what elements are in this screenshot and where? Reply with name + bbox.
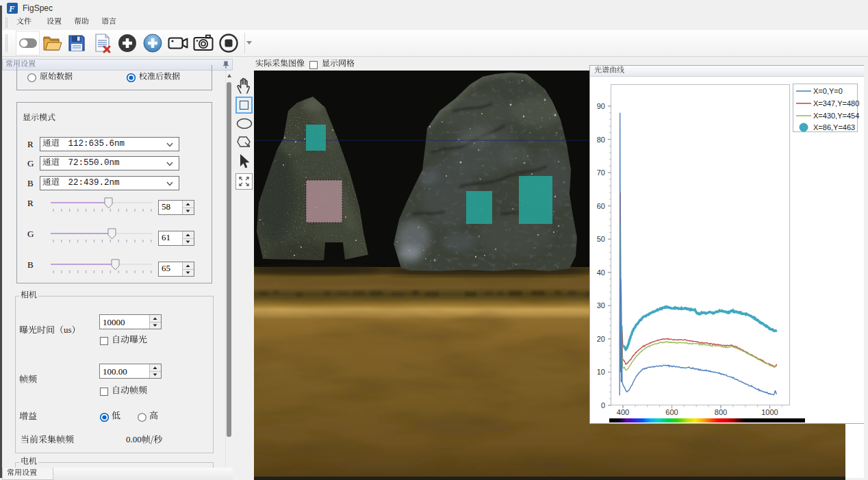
svg-text:90: 90 — [597, 102, 605, 110]
svg-text:0: 0 — [601, 401, 605, 409]
svg-text:20: 20 — [597, 335, 605, 343]
svg-text:10: 10 — [597, 368, 605, 376]
svg-text:22:439.2nm: 22:439.2nm — [68, 178, 120, 188]
svg-text:1000: 1000 — [761, 408, 778, 416]
svg-text:us: us — [64, 325, 72, 335]
svg-text:600: 600 — [665, 408, 678, 416]
svg-text:30: 30 — [597, 301, 605, 310]
svg-text:400: 400 — [617, 408, 629, 416]
svg-text:0.00: 0.00 — [126, 434, 142, 444]
svg-text:X=86,Y=463: X=86,Y=463 — [813, 123, 855, 131]
svg-text:60: 60 — [597, 202, 605, 210]
svg-text:112:635.6nm: 112:635.6nm — [68, 139, 125, 149]
svg-text:80: 80 — [597, 136, 605, 144]
svg-text:40: 40 — [597, 268, 605, 277]
svg-text:50: 50 — [597, 235, 605, 243]
svg-text:X=0,Y=0: X=0,Y=0 — [813, 87, 843, 95]
svg-text:X=347,Y=480: X=347,Y=480 — [813, 99, 859, 108]
svg-text:800: 800 — [715, 408, 727, 416]
svg-text:X=430,Y=454: X=430,Y=454 — [813, 112, 859, 120]
svg-text:70: 70 — [597, 168, 605, 177]
svg-text:72:550.0nm: 72:550.0nm — [68, 158, 120, 168]
